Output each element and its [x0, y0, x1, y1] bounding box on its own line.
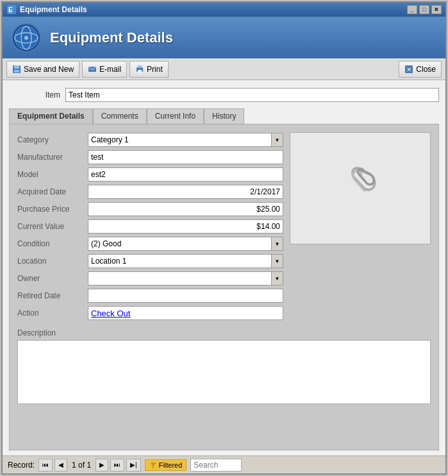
form-row-model: Model [17, 167, 283, 182]
category-dropdown-btn[interactable]: ▼ [271, 133, 283, 146]
tabs-container: Equipment Details Comments Current Info … [9, 108, 439, 450]
next-record-button[interactable]: ▶ [95, 459, 108, 472]
main-window: E Equipment Details _ □ ✕ Equipment Deta… [1, 1, 447, 475]
retired-date-label: Retired Date [17, 291, 88, 300]
filtered-badge: Filtered [145, 459, 187, 471]
minimize-button[interactable]: _ [407, 5, 417, 14]
form-row-location: Location Location 1 ▼ [17, 253, 283, 269]
svg-marker-16 [150, 463, 156, 468]
last-record-button[interactable]: ⏭ [110, 459, 124, 472]
first-record-button[interactable]: ⏮ [38, 459, 53, 472]
model-label: Model [17, 170, 88, 179]
location-value: Location 1 [88, 255, 271, 268]
acquired-date-input[interactable] [88, 185, 283, 199]
email-icon [88, 65, 97, 74]
close-icon: ✕ [404, 65, 413, 74]
owner-value [88, 272, 271, 285]
form-row-current-value: Current Value [17, 219, 283, 234]
toolbar: Save and New E-mail Print ✕ Close [3, 58, 445, 80]
paperclip-icon [341, 163, 379, 214]
record-label: Record: [8, 461, 35, 470]
tab-content: Category Category 1 ▼ Manufacturer [9, 124, 439, 450]
maximize-button[interactable]: □ [419, 5, 429, 14]
record-count: 1 of 1 [69, 461, 94, 470]
model-input[interactable] [88, 167, 283, 182]
category-select[interactable]: Category 1 ▼ [88, 133, 283, 147]
next-new-record-button[interactable]: ▶| [126, 459, 141, 472]
print-button[interactable]: Print [129, 61, 169, 78]
form-row-purchase-price: Purchase Price [17, 201, 283, 217]
window-icon: E [6, 4, 17, 15]
action-label: Action [17, 309, 88, 318]
form-row-retired-date: Retired Date [17, 288, 283, 303]
email-label: E-mail [99, 65, 121, 74]
svg-text:E: E [8, 6, 13, 13]
item-input[interactable] [65, 88, 439, 102]
purchase-price-label: Purchase Price [17, 205, 88, 214]
condition-value: (2) Good [88, 237, 271, 250]
manufacturer-input[interactable] [88, 150, 283, 164]
email-button[interactable]: E-mail [82, 61, 127, 78]
tabs-bar: Equipment Details Comments Current Info … [9, 108, 439, 124]
search-input[interactable] [190, 459, 242, 472]
location-select[interactable]: Location 1 ▼ [88, 254, 283, 268]
content-area: Item Equipment Details Comments Current … [3, 80, 445, 455]
tab-history[interactable]: History [204, 108, 244, 124]
window-title: Equipment Details [20, 5, 87, 14]
close-label: Close [416, 65, 436, 74]
condition-select[interactable]: (2) Good ▼ [88, 237, 283, 251]
owner-label: Owner [17, 274, 88, 283]
tab-equipment-details[interactable]: Equipment Details [9, 108, 93, 124]
retired-date-input[interactable] [88, 289, 283, 303]
image-box [290, 132, 431, 244]
purchase-price-input[interactable] [88, 202, 283, 216]
print-label: Print [147, 65, 163, 74]
form-area: Category Category 1 ▼ Manufacturer [17, 132, 431, 321]
title-bar-left: E Equipment Details [6, 4, 87, 15]
manufacturer-label: Manufacturer [17, 153, 88, 162]
current-value-label: Current Value [17, 222, 88, 231]
svg-rect-12 [138, 65, 142, 68]
header-title: Equipment Details [50, 30, 173, 46]
category-value: Category 1 [88, 133, 271, 146]
title-bar: E Equipment Details _ □ ✕ [3, 3, 445, 17]
close-window-button[interactable]: ✕ [431, 5, 442, 14]
save-new-label: Save and New [24, 65, 74, 74]
form-fields: Category Category 1 ▼ Manufacturer [17, 132, 283, 321]
owner-dropdown-btn[interactable]: ▼ [271, 272, 283, 285]
close-button[interactable]: ✕ Close [399, 61, 442, 78]
title-bar-buttons: _ □ ✕ [407, 5, 442, 14]
description-section: Description [17, 328, 431, 406]
save-icon [12, 65, 21, 74]
condition-label: Condition [17, 239, 88, 248]
filtered-label: Filtered [159, 461, 183, 469]
header-icon [10, 22, 42, 54]
description-input[interactable] [17, 340, 431, 404]
owner-select[interactable]: ▼ [88, 271, 283, 285]
location-dropdown-btn[interactable]: ▼ [271, 255, 283, 268]
location-label: Location [17, 257, 88, 266]
tab-comments[interactable]: Comments [93, 108, 147, 124]
category-label: Category [17, 135, 88, 144]
form-row-manufacturer: Manufacturer [17, 149, 283, 165]
filter-icon [149, 461, 157, 469]
prev-record-button[interactable]: ◀ [54, 459, 67, 472]
acquired-date-label: Acquired Date [17, 187, 88, 196]
tab-current-info[interactable]: Current Info [147, 108, 204, 124]
svg-rect-13 [138, 70, 142, 72]
form-row-category: Category Category 1 ▼ [17, 132, 283, 148]
print-icon [135, 65, 144, 74]
status-bar: Record: ⏮ ◀ 1 of 1 ▶ ⏭ ▶| Filtered [3, 455, 445, 473]
form-row-acquired-date: Acquired Date [17, 184, 283, 200]
item-row: Item [9, 85, 439, 105]
svg-point-6 [24, 36, 28, 40]
record-nav: ⏮ ◀ 1 of 1 ▶ ⏭ ▶| [38, 459, 141, 472]
current-value-input[interactable] [88, 219, 283, 234]
form-row-owner: Owner ▼ [17, 271, 283, 286]
save-new-button[interactable]: Save and New [6, 61, 79, 78]
checkout-link[interactable]: Check Out [91, 309, 130, 318]
header: Equipment Details [3, 17, 445, 58]
action-field: Check Out [88, 306, 283, 320]
form-row-action: Action Check Out [17, 305, 283, 321]
condition-dropdown-btn[interactable]: ▼ [271, 237, 283, 250]
